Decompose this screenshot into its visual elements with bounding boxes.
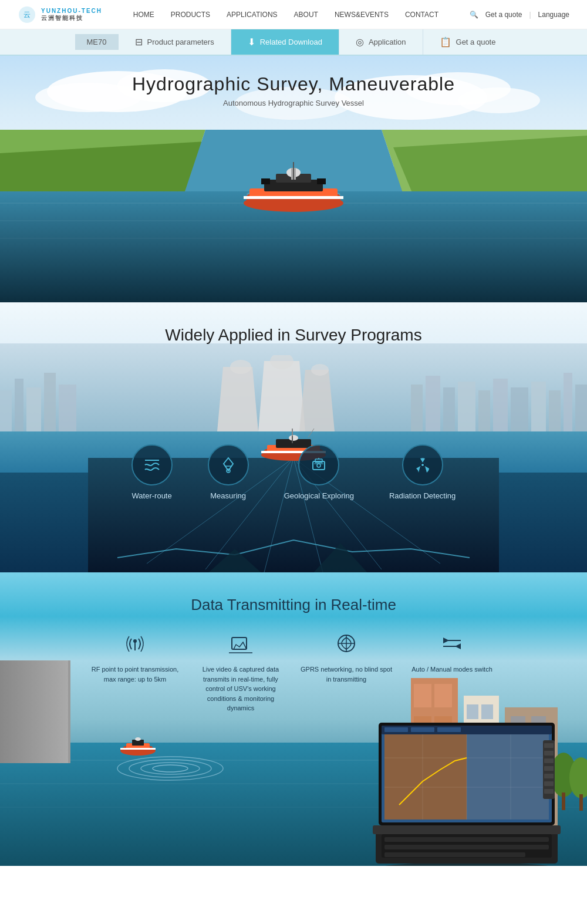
model-name: ME70 [87,38,107,46]
video-text: Live video & captured data transmits in … [194,665,288,713]
logo-name: 云洲智能科技 [41,15,102,22]
svg-rect-136 [373,825,561,834]
svg-point-160 [117,757,223,780]
tab-download-label: Related Download [260,38,322,46]
gprs-icon [299,632,393,660]
svg-rect-153 [544,743,554,748]
logo-subtext: YUNZHOU-TECH [41,8,102,15]
svg-rect-141 [384,729,467,820]
svg-rect-134 [384,845,549,849]
tab-related-download[interactable]: ⬇ Related Download [231,29,339,55]
rf-text: RF point to point transmission, max rang… [88,665,182,684]
svg-rect-142 [467,729,549,820]
measuring-circle [208,444,249,485]
model-label: ME70 [75,34,119,50]
app-icons-row: Water-route Measuring [0,356,587,500]
hero-section: Hydrographic Survey, Maneuverable Autono… [0,56,587,302]
waterroute-label: Water-route [131,491,173,500]
svg-rect-30 [261,178,270,184]
svg-point-81 [133,639,137,643]
application-icon: ◎ [356,36,364,48]
rf-icon [88,632,182,660]
quote-icon: 📋 [440,36,451,48]
feature-modes: Auto / Manual modes switch [399,632,505,713]
svg-rect-150 [411,727,434,732]
nav-contact[interactable]: CONTACT [405,11,438,19]
svg-rect-157 [544,774,554,778]
tab-quote-label: Get a quote [456,38,496,46]
realtime-features: RF point to point transmission, max rang… [0,632,587,713]
laptop-svg [364,711,569,866]
hero-subtitle: Autonomous Hydrographic Survey Vessel [0,99,587,107]
nav-home[interactable]: HOME [133,11,154,19]
nav-news[interactable]: NEWS&EVENTS [335,11,389,19]
modes-icon [405,632,499,660]
svg-marker-90 [455,643,461,649]
tab-parameters-label: Product parameters [147,38,214,46]
measuring-icon [219,456,238,474]
modes-text: Auto / Manual modes switch [405,665,499,675]
download-icon: ⬇ [248,36,255,48]
svg-rect-154 [544,751,554,756]
survey-title: Widely Applied in Survey Programs [12,326,575,345]
svg-marker-88 [443,638,449,643]
svg-point-79 [421,464,424,466]
svg-point-162 [141,763,200,774]
gprs-text: GPRS networking, no blind spot in transm… [299,665,393,684]
geological-label: Geological Exploring [284,491,354,500]
boat-container [235,162,352,217]
navbar: 云 YUNZHOU-TECH 云洲智能科技 HOME PRODUCTS APPL… [0,0,587,29]
app-icon-geological: Geological Exploring [284,444,354,500]
svg-rect-149 [384,727,408,732]
svg-point-129 [135,737,141,741]
boat-svg [235,162,352,215]
logo-icon: 云 [18,5,36,24]
product-tabs-bar: ME70 ⊟ Product parameters ⬇ Related Down… [0,29,587,56]
feature-rf: RF point to point transmission, max rang… [82,632,188,713]
nav-links: HOME PRODUCTS APPLICATIONS ABOUT NEWS&EV… [133,11,438,19]
parameters-icon: ⊟ [135,36,143,48]
svg-rect-159 [544,789,554,794]
svg-rect-23 [244,196,343,199]
svg-rect-156 [544,766,554,771]
app-icon-waterroute: Water-route [131,444,173,500]
measuring-label: Measuring [208,491,249,500]
feature-gprs: GPRS networking, no blind spot in transm… [294,632,399,713]
realtime-title: Data Transmitting in Real-time [0,596,587,614]
waterroute-circle [131,444,173,485]
language-selector[interactable]: Language [538,11,569,19]
nav-right: 🔍 Get a quote | Language [470,11,569,19]
svg-rect-151 [437,727,461,732]
survey-text: Widely Applied in Survey Programs [0,302,587,356]
tab-application-label: Application [369,38,406,46]
nav-about[interactable]: ABOUT [294,11,318,19]
realtime-section: Data Transmitting in Real-time RF point … [0,572,587,866]
svg-rect-158 [544,781,554,786]
svg-rect-155 [544,758,554,763]
svg-rect-133 [384,837,549,842]
geological-icon [309,456,328,474]
waterroute-icon [143,456,161,474]
svg-rect-29 [317,178,326,184]
survey-section: Widely Applied in Survey Programs [0,302,587,572]
tab-product-parameters[interactable]: ⊟ Product parameters [119,29,231,55]
get-quote-link[interactable]: Get a quote [485,11,522,19]
svg-point-76 [317,464,321,467]
nav-products[interactable]: PRODUCTS [171,11,210,19]
svg-point-163 [153,765,188,772]
svg-rect-135 [384,852,525,857]
svg-text:云: 云 [23,11,31,19]
search-icon[interactable]: 🔍 [470,11,478,19]
app-icon-radiation: Radiation Detecting [389,444,456,500]
tab-get-quote[interactable]: 📋 Get a quote [423,29,512,55]
app-icon-measuring: Measuring [208,444,249,500]
logo[interactable]: 云 YUNZHOU-TECH 云洲智能科技 [18,5,102,24]
radiation-icon [413,456,432,474]
tab-application[interactable]: ◎ Application [339,29,423,55]
radiation-label: Radiation Detecting [389,491,456,500]
hero-title: Hydrographic Survey, Maneuverable [0,73,587,95]
video-icon [194,632,288,660]
svg-rect-123 [579,794,583,811]
feature-video: Live video & captured data transmits in … [188,632,294,713]
nav-applications[interactable]: APPLICATIONS [227,11,277,19]
